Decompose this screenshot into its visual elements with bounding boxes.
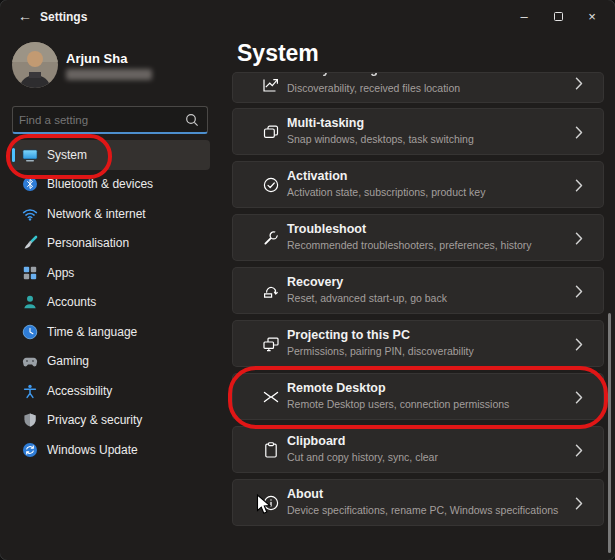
settings-item-activation[interactable]: Activation Activation state, subscriptio… <box>232 161 604 208</box>
gaming-icon <box>22 353 38 369</box>
network-icon <box>22 206 38 222</box>
remote-desktop-icon <box>262 388 280 406</box>
window-controls: – × <box>507 0 609 32</box>
app-title: Settings <box>40 10 87 24</box>
titlebar: ← Settings – × <box>0 0 615 32</box>
mouse-cursor <box>256 494 273 516</box>
sidebar-item-system[interactable]: System <box>10 140 210 170</box>
avatar <box>12 42 58 88</box>
recovery-icon <box>262 282 280 300</box>
apps-icon <box>22 265 38 281</box>
multitasking-icon <box>262 123 280 141</box>
chevron-right-icon <box>575 77 583 90</box>
privacy-icon <box>22 412 38 428</box>
maximize-icon <box>554 12 563 21</box>
settings-item-about[interactable]: About Device specifications, rename PC, … <box>232 479 604 526</box>
bluetooth-icon <box>22 176 38 192</box>
clipboard-icon <box>262 441 280 459</box>
chevron-right-icon <box>575 232 583 245</box>
maximize-button[interactable] <box>541 0 575 32</box>
sidebar-item-accessibility[interactable]: Accessibility <box>10 376 210 406</box>
user-email-redacted <box>66 69 152 80</box>
settings-item-multi-tasking[interactable]: Multi-tasking Snap windows, desktops, ta… <box>232 108 604 155</box>
settings-item-recovery[interactable]: Recovery Reset, advanced start-up, go ba… <box>232 267 604 314</box>
activation-icon <box>262 176 280 194</box>
chevron-right-icon <box>575 444 583 457</box>
sidebar-item-time-language[interactable]: Time & language <box>10 317 210 347</box>
windows-update-icon <box>22 442 38 458</box>
scrollbar-thumb[interactable] <box>608 313 611 553</box>
sidebar-item-privacy-security[interactable]: Privacy & security <box>10 406 210 436</box>
time-language-icon <box>22 324 38 340</box>
accessibility-icon <box>22 383 38 399</box>
chevron-right-icon <box>575 497 583 510</box>
nearby-sharing-icon <box>262 75 280 93</box>
sidebar-item-gaming[interactable]: Gaming <box>10 347 210 377</box>
back-button[interactable]: ← <box>14 7 36 25</box>
settings-item-troubleshoot[interactable]: Troubleshoot Recommended troubleshooters… <box>232 214 604 261</box>
sidebar-item-accounts[interactable]: Accounts <box>10 288 210 318</box>
settings-item-projecting[interactable]: Projecting to this PC Permissions, pairi… <box>232 320 604 367</box>
sidebar-item-personalisation[interactable]: Personalisation <box>10 229 210 259</box>
sidebar-item-apps[interactable]: Apps <box>10 258 210 288</box>
close-button[interactable]: × <box>575 0 609 32</box>
chevron-right-icon <box>575 126 583 139</box>
chevron-right-icon <box>575 179 583 192</box>
search-input[interactable] <box>13 114 185 126</box>
chevron-right-icon <box>575 338 583 351</box>
page-title: System <box>237 40 319 67</box>
settings-item-nearby-sharing[interactable]: Nearby sharing Discoverability, received… <box>232 72 604 103</box>
search-icon[interactable] <box>185 113 199 127</box>
settings-item-remote-desktop[interactable]: Remote Desktop Remote Desktop users, con… <box>232 373 604 420</box>
settings-item-clipboard[interactable]: Clipboard Cut and copy history, sync, cl… <box>232 426 604 473</box>
chevron-right-icon <box>575 285 583 298</box>
accounts-icon <box>22 294 38 310</box>
projecting-icon <box>262 335 280 353</box>
sidebar-nav: System Bluetooth & devices Network & int… <box>10 140 210 465</box>
sidebar-item-bluetooth-devices[interactable]: Bluetooth & devices <box>10 170 210 200</box>
sidebar-item-network-internet[interactable]: Network & internet <box>10 199 210 229</box>
troubleshoot-icon <box>262 229 280 247</box>
sidebar-item-windows-update[interactable]: Windows Update <box>10 435 210 465</box>
chevron-right-icon <box>575 391 583 404</box>
search-box <box>12 106 208 134</box>
selected-indicator <box>12 148 15 162</box>
user-name: Arjun Sha <box>66 51 127 66</box>
system-icon <box>22 147 38 163</box>
personalisation-icon <box>22 235 38 251</box>
minimize-button[interactable]: – <box>507 0 541 32</box>
settings-window: ← Settings – × Arjun Sha System Bl <box>0 0 615 560</box>
